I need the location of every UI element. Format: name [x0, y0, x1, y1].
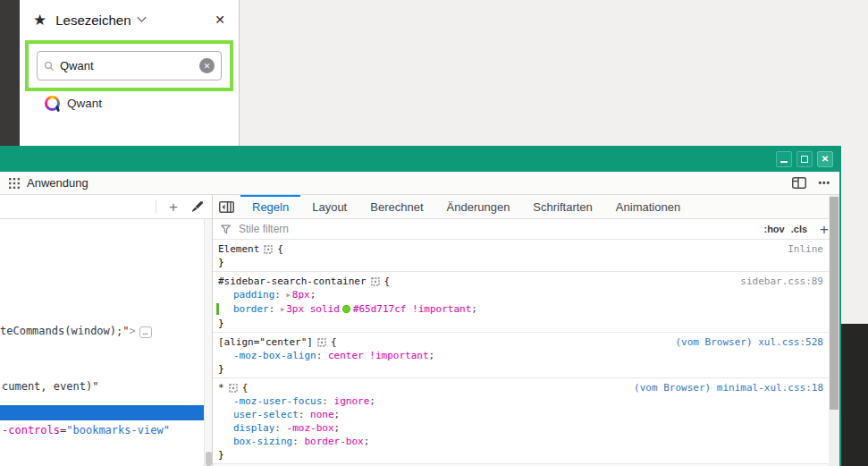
class-toggle[interactable]: .cls [791, 224, 807, 234]
color-value: #65d717cf [353, 303, 407, 315]
search-input[interactable] [60, 59, 199, 72]
tab-schriftarten[interactable]: Schriftarten [521, 195, 603, 218]
property-name: box-sizing [233, 436, 292, 447]
selector-target-icon[interactable] [264, 245, 273, 254]
rule-selector: * [218, 381, 224, 394]
close-window-button[interactable]: ✕ [817, 151, 833, 167]
close-brace: } [218, 317, 823, 330]
selector-target-icon[interactable] [371, 277, 380, 286]
expand-shorthand-icon[interactable]: ▶ [287, 292, 291, 299]
css-declaration[interactable]: box-sizing: border-box; [218, 435, 823, 448]
bookmarks-header: ★ Lesezeichen ✕ [20, 0, 239, 39]
clear-search-icon[interactable]: ✕ [199, 58, 215, 73]
selected-node-row[interactable] [0, 405, 204, 420]
semicolon: ; [429, 350, 435, 361]
markup-line[interactable]: cument, event)" [2, 380, 98, 393]
important-flag: !important [412, 303, 471, 315]
eyedropper-icon[interactable] [190, 200, 204, 214]
semicolon: ; [364, 436, 370, 447]
markup-toolbar: + [0, 195, 212, 219]
toolbar-separator [156, 199, 156, 214]
markup-attr-value: "bookmarks-view" [66, 424, 170, 436]
markup-scrollbar-thumb[interactable] [206, 452, 212, 466]
devtools-main: + teCommands(window);">… cument, event)"… [0, 195, 839, 466]
split-panel-icon[interactable] [792, 177, 806, 189]
css-declaration[interactable]: display: -moz-box; [218, 421, 823, 435]
rule-source[interactable]: sidebar.css:89 [740, 275, 823, 288]
close-brace: } [218, 448, 823, 462]
semicolon: ; [471, 303, 477, 315]
property-value: -moz-box [287, 422, 334, 434]
open-brace: { [331, 335, 337, 349]
rules-scrollbar-thumb[interactable] [830, 197, 839, 410]
open-brace: { [277, 242, 283, 256]
maximize-icon [801, 156, 808, 163]
property-value: border-box [304, 436, 363, 447]
qwant-logo-icon [45, 96, 60, 111]
markup-scrollbar[interactable] [204, 219, 212, 466]
minimize-button[interactable] [776, 151, 792, 167]
css-declaration[interactable]: -moz-box-align: center !important; [218, 349, 823, 362]
search-icon [44, 61, 55, 72]
markup-bracket: > [130, 325, 136, 337]
css-declaration-changed[interactable]: border: ▶3px solid#65d717cf !important; [218, 302, 823, 317]
property-name: user-select [233, 409, 299, 420]
close-icon[interactable]: ✕ [215, 13, 225, 27]
property-name: display [233, 422, 274, 434]
color-swatch-icon[interactable] [342, 305, 350, 313]
rules-list: Element{Inline } #sidebar-search-contain… [213, 240, 839, 466]
add-rule-button[interactable]: + [820, 222, 829, 237]
css-declaration[interactable]: -moz-user-focus: ignore; [218, 394, 823, 408]
devtools-toolbar: Anwendung ••• [0, 172, 839, 195]
property-value: none [310, 409, 334, 420]
pseudo-class-toggle[interactable]: :hov [763, 224, 784, 234]
markup-line[interactable]: -controls="bookmarks-view" [2, 424, 170, 436]
colon: : [274, 289, 286, 301]
semicolon: ; [310, 289, 316, 301]
rules-scrollbar[interactable] [829, 195, 839, 466]
selector-target-icon[interactable] [317, 338, 326, 347]
property-value: ignore [334, 395, 370, 407]
devtools-titlebar[interactable]: ✕ [0, 146, 839, 172]
desktop-wallpaper-strip [0, 0, 20, 146]
markup-line[interactable]: teCommands(window);">… [0, 325, 152, 338]
sidebar-search-container-highlight: ✕ [25, 40, 233, 91]
rule-source: Inline [788, 242, 823, 256]
bookmarks-search-box[interactable]: ✕ [37, 51, 222, 80]
selector-target-icon[interactable] [229, 384, 238, 393]
meatball-menu-icon[interactable]: ••• [818, 178, 830, 188]
markup-view[interactable]: teCommands(window);">… cument, event)" -… [0, 219, 204, 466]
rule-source-link[interactable]: (vom Browser) xul.css:528 [675, 335, 823, 349]
css-rule-universal[interactable]: *{(vom Browser) minimal-xul.css:18 -moz-… [213, 378, 829, 464]
semicolon: ; [334, 409, 341, 420]
tab-regeln[interactable]: Regeln [240, 195, 300, 218]
add-node-icon[interactable]: + [169, 199, 178, 215]
property-name: -moz-user-focus [233, 395, 322, 407]
star-icon: ★ [33, 13, 46, 28]
app-grid-icon[interactable] [9, 178, 20, 189]
rules-pane: Regeln Layout Berechnet Änderungen Schri… [213, 195, 839, 466]
bookmark-item-qwant[interactable]: Qwant [45, 96, 102, 111]
tab-layout[interactable]: Layout [300, 195, 358, 218]
close-brace: } [218, 256, 823, 269]
property-value: center !important [328, 350, 429, 361]
css-rule-align-center[interactable]: [align="center"]{(vom Browser) xul.css:5… [213, 333, 829, 378]
css-declaration[interactable]: padding: ▶8px; [218, 288, 823, 302]
show-all-nodes-button[interactable]: … [139, 326, 152, 338]
colon: : [322, 395, 333, 407]
css-rule-element[interactable]: Element{Inline } [213, 240, 829, 272]
collapse-sidebar-icon[interactable] [219, 201, 234, 213]
tab-aenderungen[interactable]: Änderungen [435, 195, 522, 218]
property-value: 3px solid [286, 303, 340, 315]
close-brace: } [218, 362, 823, 376]
css-declaration[interactable]: user-select: none; [218, 408, 823, 421]
tab-berechnet[interactable]: Berechnet [358, 195, 434, 218]
rule-source-link[interactable]: (vom Browser) minimal-xul.css:18 [634, 381, 823, 394]
chevron-down-icon[interactable] [138, 13, 147, 21]
css-rule-sidebar-search-container[interactable]: #sidebar-search-container{sidebar.css:89… [213, 272, 829, 333]
tab-animationen[interactable]: Animationen [604, 195, 692, 218]
filter-styles-input[interactable]: Stile filtern [239, 223, 757, 235]
property-value: 8px [292, 289, 310, 301]
maximize-button[interactable] [796, 151, 813, 167]
expand-shorthand-icon[interactable]: ▶ [281, 306, 284, 313]
